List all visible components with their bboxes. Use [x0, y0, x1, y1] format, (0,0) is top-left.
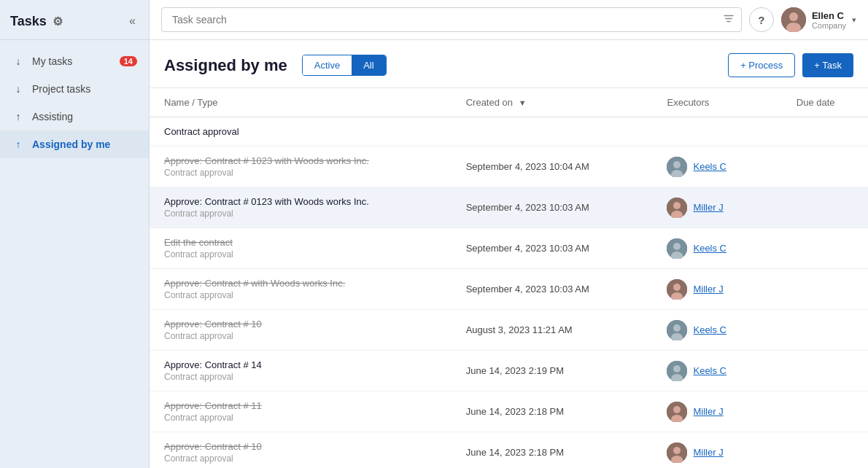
sidebar: Tasks ⚙ « ↓My tasks14↓Project tasks↑Assi…	[0, 0, 150, 468]
executor-name[interactable]: Keels C	[693, 324, 726, 335]
task-subtype: Contract approval	[164, 290, 437, 300]
executor-avatar	[667, 442, 687, 463]
sidebar-nav: ↓My tasks14↓Project tasks↑Assisting↑Assi…	[0, 40, 149, 165]
table-row: Contract approval	[150, 117, 868, 147]
assisting-icon: ↑	[12, 110, 25, 123]
task-due-date	[782, 391, 868, 432]
gear-icon[interactable]: ⚙	[53, 15, 63, 28]
assigned-by-me-icon: ↑	[12, 138, 25, 151]
svg-point-10	[673, 243, 681, 250]
task-name[interactable]: Approve: Contract # 11	[164, 400, 437, 411]
col-header-executors: Executors	[652, 88, 781, 117]
task-executor-cell: Miller J	[652, 391, 781, 432]
task-executor-cell: Keels C	[652, 351, 781, 391]
executor-name[interactable]: Miller J	[693, 202, 723, 213]
task-subtype: Contract approval	[164, 372, 437, 382]
task-name-cell: Approve: Contract # 10Contract approval	[150, 310, 452, 351]
user-text: Ellen C Company	[812, 10, 846, 30]
executor-avatar	[667, 238, 687, 259]
task-name[interactable]: Approve: Contract # 10	[164, 441, 437, 452]
task-due-date	[782, 228, 868, 269]
user-info[interactable]: Ellen C Company ▾	[781, 7, 856, 32]
task-created-date: June 14, 2023 2:18 PM	[452, 391, 653, 432]
filter-all-button[interactable]: All	[352, 55, 385, 75]
executor-name[interactable]: Miller J	[693, 284, 723, 295]
table-row: Approve: Contract # 11Contract approvalJ…	[150, 391, 868, 432]
topbar: ? Ellen C Company ▾	[150, 0, 868, 40]
task-name[interactable]: Edit the contract	[164, 237, 437, 248]
task-name-cell: Approve: Contract # with Woods works Inc…	[150, 269, 452, 310]
user-company: Company	[812, 21, 846, 30]
page-title: Assigned by me	[164, 56, 287, 75]
executor-name[interactable]: Miller J	[693, 447, 723, 458]
task-executor-cell: Keels C	[652, 228, 781, 269]
task-name[interactable]: Approve: Contract # with Woods works Inc…	[164, 278, 437, 289]
task-subtype: Contract approval	[164, 453, 437, 464]
filter-active-button[interactable]: Active	[303, 55, 352, 75]
executor-name[interactable]: Keels C	[693, 243, 726, 254]
svg-point-13	[673, 284, 681, 291]
process-button[interactable]: + Process	[728, 53, 795, 77]
sidebar-item-my-tasks[interactable]: ↓My tasks14	[0, 47, 149, 75]
project-tasks-icon: ↓	[12, 82, 25, 95]
collapse-button[interactable]: «	[126, 13, 139, 29]
task-created-date: September 4, 2023 10:04 AM	[452, 147, 653, 187]
search-filter-icon[interactable]	[723, 13, 735, 27]
task-due-date	[782, 432, 868, 469]
executor-avatar	[667, 198, 687, 218]
my-tasks-icon: ↓	[12, 55, 25, 68]
task-name[interactable]: Approve: Contract # 1023 with Woods work…	[164, 155, 437, 166]
svg-point-22	[673, 406, 681, 413]
col-header-name: Name / Type	[150, 88, 452, 117]
executor-avatar	[667, 157, 687, 177]
task-due-date	[782, 147, 868, 187]
sidebar-item-label-assigned-by-me: Assigned by me	[32, 139, 110, 150]
task-name-cell: Approve: Contract # 1023 with Woods work…	[150, 147, 452, 187]
sidebar-item-label-my-tasks: My tasks	[32, 55, 72, 67]
task-created-date: September 4, 2023 10:03 AM	[452, 269, 653, 310]
task-button[interactable]: + Task	[802, 53, 853, 77]
sidebar-item-label-assisting: Assisting	[32, 111, 73, 122]
executor-info: Miller J	[667, 402, 767, 422]
executor-info: Miller J	[667, 279, 767, 300]
sidebar-item-assigned-by-me[interactable]: ↑Assigned by me	[0, 130, 149, 158]
task-name[interactable]: Contract approval	[164, 126, 853, 137]
task-executor-cell: Miller J	[652, 269, 781, 310]
task-created-date: September 4, 2023 10:03 AM	[452, 187, 653, 228]
search-input[interactable]	[161, 7, 742, 32]
executor-info: Keels C	[667, 157, 767, 177]
filter-buttons: Active All	[302, 55, 387, 76]
help-button[interactable]: ?	[749, 7, 774, 32]
executor-name[interactable]: Miller J	[693, 406, 723, 417]
task-name-cell: Approve: Contract # 10Contract approval	[150, 432, 452, 469]
task-name[interactable]: Approve: Contract # 14	[164, 359, 437, 370]
table-row: Approve: Contract # 14Contract approvalJ…	[150, 351, 868, 391]
task-due-date	[782, 351, 868, 391]
my-tasks-badge: 14	[120, 56, 137, 66]
svg-point-19	[673, 365, 681, 373]
task-subtype: Contract approval	[164, 413, 437, 423]
executor-info: Keels C	[667, 361, 767, 381]
svg-point-1	[789, 12, 798, 21]
sidebar-item-project-tasks[interactable]: ↓Project tasks	[0, 75, 149, 103]
sidebar-header: Tasks ⚙ «	[0, 0, 149, 40]
search-container	[161, 7, 742, 32]
task-name[interactable]: Approve: Contract # 0123 with Woods work…	[164, 196, 437, 207]
executor-name[interactable]: Keels C	[693, 161, 726, 172]
executor-name[interactable]: Keels C	[693, 365, 726, 376]
sidebar-title-text: Tasks	[10, 14, 47, 29]
user-avatar	[781, 7, 806, 32]
sidebar-item-label-project-tasks: Project tasks	[32, 83, 90, 95]
sidebar-item-assisting[interactable]: ↑Assisting	[0, 103, 149, 130]
task-executor-cell: Miller J	[652, 432, 781, 469]
table-container: Name / Type Created on ▼ Executors Due d…	[150, 88, 868, 468]
task-due-date	[782, 310, 868, 351]
user-name: Ellen C	[812, 10, 846, 21]
task-executor-cell: Keels C	[652, 310, 781, 351]
svg-point-4	[673, 161, 681, 168]
task-name[interactable]: Approve: Contract # 10	[164, 319, 437, 329]
col-header-created[interactable]: Created on ▼	[452, 88, 653, 117]
executor-avatar	[667, 320, 687, 340]
table-header: Name / Type Created on ▼ Executors Due d…	[150, 88, 868, 117]
task-subtype: Contract approval	[164, 331, 437, 341]
